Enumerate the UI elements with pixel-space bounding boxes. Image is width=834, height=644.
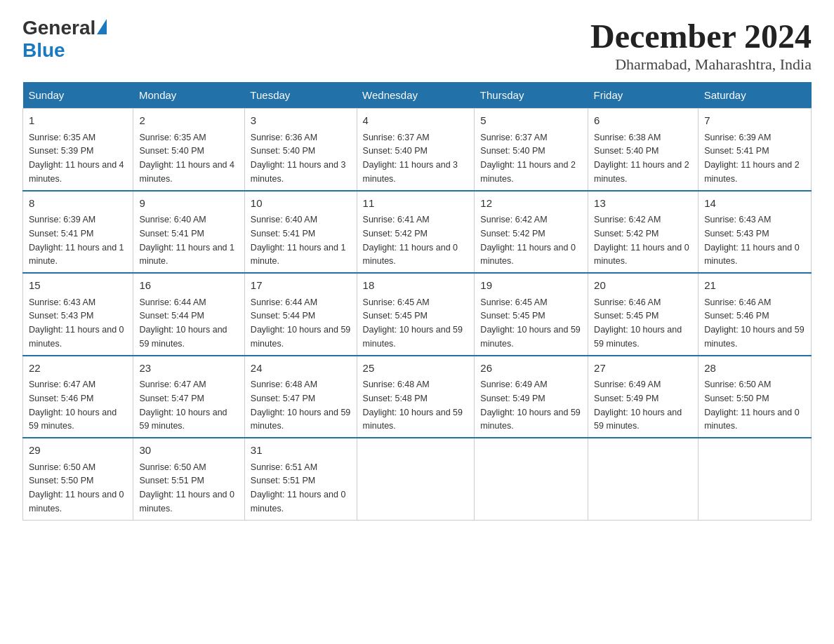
calendar-cell: 19Sunrise: 6:45 AMSunset: 5:45 PMDayligh… (475, 273, 588, 356)
column-header-tuesday: Tuesday (244, 82, 357, 109)
day-info: Sunrise: 6:40 AMSunset: 5:41 PMDaylight:… (139, 215, 234, 266)
day-info: Sunrise: 6:47 AMSunset: 5:47 PMDaylight:… (139, 380, 227, 431)
day-info: Sunrise: 6:48 AMSunset: 5:48 PMDaylight:… (363, 380, 463, 431)
calendar-cell (588, 438, 699, 520)
calendar-cell: 28Sunrise: 6:50 AMSunset: 5:50 PMDayligh… (699, 356, 812, 438)
calendar-cell: 26Sunrise: 6:49 AMSunset: 5:49 PMDayligh… (475, 356, 588, 438)
day-info: Sunrise: 6:46 AMSunset: 5:45 PMDaylight:… (594, 297, 682, 349)
day-number: 17 (251, 278, 351, 294)
day-info: Sunrise: 6:42 AMSunset: 5:42 PMDaylight:… (480, 215, 576, 266)
week-row-5: 29Sunrise: 6:50 AMSunset: 5:50 PMDayligh… (23, 438, 812, 520)
day-info: Sunrise: 6:35 AMSunset: 5:39 PMDaylight:… (29, 133, 124, 184)
day-info: Sunrise: 6:49 AMSunset: 5:49 PMDaylight:… (480, 380, 580, 431)
calendar-cell: 23Sunrise: 6:47 AMSunset: 5:47 PMDayligh… (133, 356, 244, 438)
day-number: 4 (363, 113, 469, 129)
week-row-1: 1Sunrise: 6:35 AMSunset: 5:39 PMDaylight… (23, 109, 812, 191)
day-info: Sunrise: 6:48 AMSunset: 5:47 PMDaylight:… (251, 380, 350, 431)
calendar-cell: 24Sunrise: 6:48 AMSunset: 5:47 PMDayligh… (244, 356, 357, 438)
day-number: 21 (704, 278, 805, 294)
day-info: Sunrise: 6:50 AMSunset: 5:50 PMDaylight:… (704, 380, 800, 431)
day-info: Sunrise: 6:38 AMSunset: 5:40 PMDaylight:… (594, 133, 689, 184)
day-number: 19 (480, 278, 582, 294)
day-number: 29 (29, 443, 127, 459)
calendar-cell: 1Sunrise: 6:35 AMSunset: 5:39 PMDaylight… (23, 109, 133, 191)
day-number: 25 (363, 361, 469, 377)
day-number: 31 (251, 443, 351, 459)
column-header-wednesday: Wednesday (357, 82, 475, 109)
day-number: 7 (704, 113, 805, 129)
calendar-cell: 5Sunrise: 6:37 AMSunset: 5:40 PMDaylight… (475, 109, 588, 191)
day-number: 11 (363, 196, 469, 212)
day-number: 10 (251, 196, 351, 212)
calendar-cell (699, 438, 812, 520)
day-info: Sunrise: 6:46 AMSunset: 5:46 PMDaylight:… (704, 297, 804, 349)
column-header-friday: Friday (588, 82, 699, 109)
calendar-cell: 25Sunrise: 6:48 AMSunset: 5:48 PMDayligh… (357, 356, 475, 438)
calendar-cell: 10Sunrise: 6:40 AMSunset: 5:41 PMDayligh… (244, 191, 357, 274)
day-number: 1 (29, 113, 127, 129)
day-info: Sunrise: 6:50 AMSunset: 5:51 PMDaylight:… (139, 462, 234, 514)
day-info: Sunrise: 6:39 AMSunset: 5:41 PMDaylight:… (704, 133, 800, 184)
page-subtitle: Dharmabad, Maharashtra, India (590, 55, 812, 74)
day-number: 27 (594, 361, 692, 377)
calendar-cell: 21Sunrise: 6:46 AMSunset: 5:46 PMDayligh… (699, 273, 812, 356)
page-header: General Blue December 2024 Dharmabad, Ma… (22, 17, 812, 74)
calendar-cell: 27Sunrise: 6:49 AMSunset: 5:49 PMDayligh… (588, 356, 699, 438)
day-number: 22 (29, 361, 127, 377)
calendar-cell: 22Sunrise: 6:47 AMSunset: 5:46 PMDayligh… (23, 356, 133, 438)
logo-general-text: General (22, 17, 95, 39)
day-number: 9 (139, 196, 238, 212)
day-info: Sunrise: 6:39 AMSunset: 5:41 PMDaylight:… (29, 215, 124, 266)
day-info: Sunrise: 6:42 AMSunset: 5:42 PMDaylight:… (594, 215, 689, 266)
day-number: 18 (363, 278, 469, 294)
day-info: Sunrise: 6:44 AMSunset: 5:44 PMDaylight:… (139, 297, 227, 349)
day-number: 30 (139, 443, 238, 459)
column-header-sunday: Sunday (23, 82, 133, 109)
day-number: 26 (480, 361, 582, 377)
day-number: 5 (480, 113, 582, 129)
calendar-cell: 11Sunrise: 6:41 AMSunset: 5:42 PMDayligh… (357, 191, 475, 274)
day-number: 3 (251, 113, 351, 129)
day-info: Sunrise: 6:45 AMSunset: 5:45 PMDaylight:… (363, 297, 463, 349)
page-title: December 2024 (590, 17, 812, 55)
day-number: 28 (704, 361, 805, 377)
calendar-cell (357, 438, 475, 520)
day-info: Sunrise: 6:35 AMSunset: 5:40 PMDaylight:… (139, 133, 234, 184)
day-number: 6 (594, 113, 692, 129)
week-row-2: 8Sunrise: 6:39 AMSunset: 5:41 PMDaylight… (23, 191, 812, 274)
day-number: 14 (704, 196, 805, 212)
calendar-cell: 31Sunrise: 6:51 AMSunset: 5:51 PMDayligh… (244, 438, 357, 520)
calendar-cell: 9Sunrise: 6:40 AMSunset: 5:41 PMDaylight… (133, 191, 244, 274)
title-section: December 2024 Dharmabad, Maharashtra, In… (590, 17, 812, 74)
calendar-cell: 16Sunrise: 6:44 AMSunset: 5:44 PMDayligh… (133, 273, 244, 356)
day-info: Sunrise: 6:51 AMSunset: 5:51 PMDaylight:… (251, 462, 346, 514)
calendar-header-row: SundayMondayTuesdayWednesdayThursdayFrid… (23, 82, 812, 109)
day-info: Sunrise: 6:47 AMSunset: 5:46 PMDaylight:… (29, 380, 117, 431)
logo-blue-text: Blue (22, 39, 65, 62)
day-number: 23 (139, 361, 238, 377)
day-info: Sunrise: 6:41 AMSunset: 5:42 PMDaylight:… (363, 215, 458, 266)
calendar-cell: 18Sunrise: 6:45 AMSunset: 5:45 PMDayligh… (357, 273, 475, 356)
day-info: Sunrise: 6:50 AMSunset: 5:50 PMDaylight:… (29, 462, 124, 514)
day-number: 8 (29, 196, 127, 212)
calendar-cell: 3Sunrise: 6:36 AMSunset: 5:40 PMDaylight… (244, 109, 357, 191)
calendar-cell: 15Sunrise: 6:43 AMSunset: 5:43 PMDayligh… (23, 273, 133, 356)
calendar-table: SundayMondayTuesdayWednesdayThursdayFrid… (22, 82, 812, 521)
day-number: 20 (594, 278, 692, 294)
column-header-saturday: Saturday (699, 82, 812, 109)
day-number: 2 (139, 113, 238, 129)
calendar-cell: 8Sunrise: 6:39 AMSunset: 5:41 PMDaylight… (23, 191, 133, 274)
week-row-4: 22Sunrise: 6:47 AMSunset: 5:46 PMDayligh… (23, 356, 812, 438)
column-header-thursday: Thursday (475, 82, 588, 109)
calendar-cell: 29Sunrise: 6:50 AMSunset: 5:50 PMDayligh… (23, 438, 133, 520)
day-info: Sunrise: 6:36 AMSunset: 5:40 PMDaylight:… (251, 133, 346, 184)
calendar-cell: 13Sunrise: 6:42 AMSunset: 5:42 PMDayligh… (588, 191, 699, 274)
logo: General Blue (22, 17, 107, 62)
day-info: Sunrise: 6:43 AMSunset: 5:43 PMDaylight:… (29, 297, 124, 349)
day-info: Sunrise: 6:40 AMSunset: 5:41 PMDaylight:… (251, 215, 346, 266)
week-row-3: 15Sunrise: 6:43 AMSunset: 5:43 PMDayligh… (23, 273, 812, 356)
day-info: Sunrise: 6:37 AMSunset: 5:40 PMDaylight:… (480, 133, 576, 184)
day-number: 12 (480, 196, 582, 212)
calendar-cell (475, 438, 588, 520)
day-info: Sunrise: 6:43 AMSunset: 5:43 PMDaylight:… (704, 215, 800, 266)
